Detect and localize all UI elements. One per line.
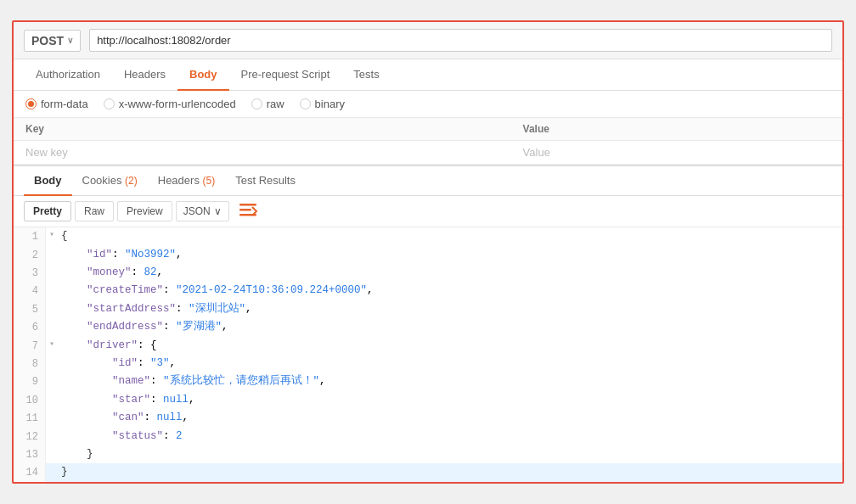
lc-8: "id": "3", bbox=[58, 355, 842, 372]
code-line-1: 1 ▾ { bbox=[14, 227, 842, 245]
ln-1: 1 bbox=[14, 227, 46, 245]
request-tabs-row: Authorization Headers Body Pre-request S… bbox=[14, 59, 842, 91]
lc-6: "endAddress": "罗湖港", bbox=[58, 318, 842, 336]
resp-tab-body[interactable]: Body bbox=[24, 166, 72, 196]
code-line-12: 12 "status": 2 bbox=[14, 428, 842, 445]
wrap-icon[interactable] bbox=[239, 202, 258, 221]
lc-12: "status": 2 bbox=[58, 428, 842, 445]
radio-urlencoded-label: x-www-form-urlencoded bbox=[119, 98, 236, 110]
fmt-json-label: JSON bbox=[183, 205, 211, 217]
radio-binary[interactable]: binary bbox=[300, 98, 345, 110]
lc-3: "money": 82, bbox=[58, 264, 842, 282]
code-line-14: 14 } bbox=[14, 463, 842, 481]
fmt-json-selector[interactable]: JSON ∨ bbox=[176, 201, 229, 221]
method-chevron: ∨ bbox=[67, 36, 73, 45]
radio-formdata-circle bbox=[25, 98, 37, 109]
resp-tab-headers[interactable]: Headers (5) bbox=[148, 166, 225, 196]
lc-9: "name": "系统比较忙，请您稍后再试！", bbox=[58, 372, 842, 390]
code-line-7: 7 ▾ "driver": { bbox=[14, 337, 842, 355]
radio-binary-label: binary bbox=[315, 98, 345, 110]
resp-tab-cookies[interactable]: Cookies (2) bbox=[72, 166, 148, 196]
code-line-11: 11 "can": null, bbox=[14, 409, 842, 427]
radio-raw-circle bbox=[251, 98, 262, 109]
kv-new-key-cell[interactable]: New key bbox=[14, 141, 511, 165]
headers-badge: (5) bbox=[203, 175, 216, 187]
lc-5: "startAddress": "深圳北站", bbox=[58, 300, 842, 318]
url-input[interactable] bbox=[89, 29, 832, 52]
lc-2: "id": "No3992", bbox=[58, 246, 842, 264]
code-line-3: 3 "money": 82, bbox=[14, 264, 842, 282]
format-bar: Pretty Raw Preview JSON ∨ bbox=[14, 196, 842, 227]
code-line-6: 6 "endAddress": "罗湖港", bbox=[14, 318, 842, 336]
svg-rect-0 bbox=[239, 204, 256, 206]
code-line-5: 5 "startAddress": "深圳北站", bbox=[14, 300, 842, 318]
tab-tests[interactable]: Tests bbox=[341, 59, 391, 91]
ln-12: 12 bbox=[14, 428, 46, 445]
lc-4: "createTime": "2021-02-24T10:36:09.224+0… bbox=[58, 282, 842, 300]
fmt-raw-btn[interactable]: Raw bbox=[75, 201, 114, 221]
method-label: POST bbox=[31, 34, 64, 48]
tab-body[interactable]: Body bbox=[177, 59, 229, 91]
radio-raw[interactable]: raw bbox=[251, 98, 284, 110]
response-tabs-row: Body Cookies (2) Headers (5) Test Result… bbox=[14, 165, 842, 196]
code-area: 1 ▾ { 2 "id": "No3992", 3 "money": 82, 4… bbox=[14, 227, 842, 481]
method-selector[interactable]: POST ∨ bbox=[24, 30, 81, 52]
body-options: form-data x-www-form-urlencoded raw bina… bbox=[14, 91, 842, 118]
code-line-10: 10 "star": null, bbox=[14, 391, 842, 409]
lc-13: } bbox=[58, 445, 842, 463]
ln-6: 6 bbox=[14, 318, 46, 336]
tab-headers[interactable]: Headers bbox=[112, 59, 177, 91]
ln-14: 14 bbox=[14, 463, 46, 481]
resp-tab-testresults[interactable]: Test Results bbox=[225, 166, 306, 196]
kv-row-new: New key Value bbox=[14, 141, 842, 165]
radio-urlencoded[interactable]: x-www-form-urlencoded bbox=[104, 98, 236, 110]
lc-10: "star": null, bbox=[58, 391, 842, 409]
radio-formdata[interactable]: form-data bbox=[25, 98, 88, 110]
code-line-9: 9 "name": "系统比较忙，请您稍后再试！", bbox=[14, 372, 842, 390]
code-line-2: 2 "id": "No3992", bbox=[14, 246, 842, 264]
tab-prerequest[interactable]: Pre-request Script bbox=[229, 59, 342, 91]
lc-14: } bbox=[58, 463, 842, 481]
ln-9: 9 bbox=[14, 372, 46, 390]
ln-8: 8 bbox=[14, 355, 46, 372]
ln-13: 13 bbox=[14, 445, 46, 463]
ln-2: 2 bbox=[14, 246, 46, 264]
ln-7: 7 bbox=[14, 337, 46, 355]
radio-formdata-label: form-data bbox=[41, 98, 88, 110]
code-line-8: 8 "id": "3", bbox=[14, 355, 842, 372]
lc-11: "can": null, bbox=[58, 409, 842, 427]
radio-urlencoded-circle bbox=[104, 98, 115, 109]
lc-1: { bbox=[58, 227, 842, 245]
ln-5: 5 bbox=[14, 300, 46, 318]
ln-3: 3 bbox=[14, 264, 46, 282]
code-line-4: 4 "createTime": "2021-02-24T10:36:09.224… bbox=[14, 282, 842, 300]
ln-11: 11 bbox=[14, 409, 46, 427]
arrow-7: ▾ bbox=[46, 337, 58, 351]
kv-new-value-cell[interactable]: Value bbox=[511, 141, 842, 165]
request-bar: POST ∨ bbox=[14, 22, 842, 59]
kv-table: Key Value New key Value bbox=[14, 118, 842, 165]
ln-10: 10 bbox=[14, 391, 46, 409]
fmt-preview-btn[interactable]: Preview bbox=[117, 201, 172, 221]
radio-raw-label: raw bbox=[267, 98, 284, 110]
arrow-1: ▾ bbox=[46, 227, 58, 242]
lc-7: "driver": { bbox=[58, 337, 842, 355]
main-container: POST ∨ Authorization Headers Body Pre-re… bbox=[12, 20, 844, 483]
radio-binary-circle bbox=[300, 98, 311, 109]
fmt-json-chevron: ∨ bbox=[214, 205, 222, 217]
kv-value-header: Value bbox=[511, 118, 842, 141]
kv-key-header: Key bbox=[14, 118, 511, 141]
svg-rect-1 bbox=[239, 209, 251, 211]
cookies-badge: (2) bbox=[125, 175, 138, 187]
code-line-13: 13 } bbox=[14, 445, 842, 463]
tab-authorization[interactable]: Authorization bbox=[24, 59, 112, 91]
ln-4: 4 bbox=[14, 282, 46, 300]
fmt-pretty-btn[interactable]: Pretty bbox=[24, 201, 71, 221]
